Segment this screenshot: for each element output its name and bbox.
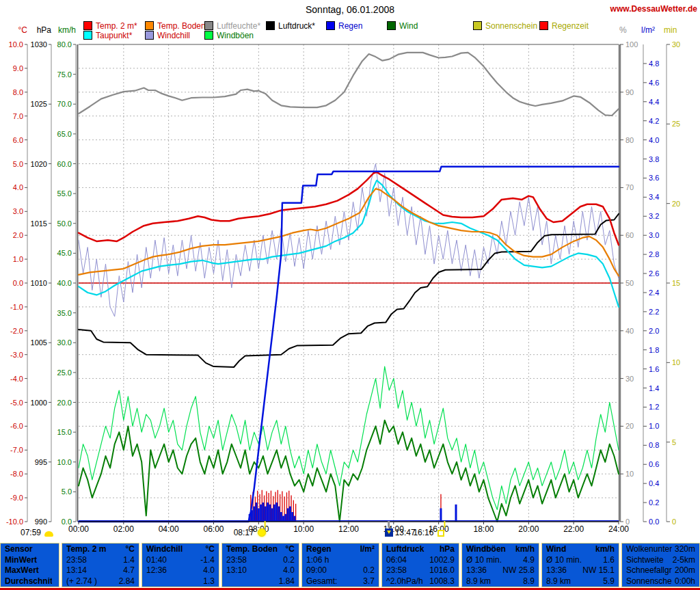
svg-text:4.2: 4.2 [649, 117, 659, 125]
svg-text:2.8: 2.8 [649, 250, 659, 258]
table-cell-label: 01:40 [146, 555, 198, 566]
svg-text:995: 995 [35, 458, 47, 466]
table-cell-value [52, 544, 55, 555]
table-cell-label: Windchill [146, 544, 203, 555]
table-cell-value: 4.0 [280, 565, 295, 576]
table-cell-value [52, 565, 55, 576]
svg-text:10:00: 10:00 [293, 524, 314, 534]
svg-text:0.0: 0.0 [649, 518, 659, 526]
svg-text:70.0: 70.0 [57, 100, 72, 108]
svg-text:3.8: 3.8 [649, 155, 659, 163]
svg-text:0: 0 [672, 518, 676, 526]
marker-0817: 08:17 [234, 528, 266, 539]
marker-time: 13:47 [395, 528, 416, 537]
table-row: 1.84 [222, 576, 299, 587]
svg-text:02:00: 02:00 [113, 524, 134, 534]
svg-text:30: 30 [672, 40, 680, 49]
table-row: 12:364.0 [142, 565, 219, 576]
table-cell-label: 13:36 [466, 565, 500, 576]
svg-text:4.0: 4.0 [13, 183, 23, 191]
table-cell-label: MinWert [5, 555, 52, 566]
table-cell-value: 200m [672, 565, 695, 576]
table-cell-value: 5.9 [600, 576, 615, 587]
table-row: Windchill°C [142, 544, 219, 555]
svg-text:-2.0: -2.0 [10, 327, 23, 335]
table-cell-value: 1016.0 [427, 565, 455, 576]
table-row: Schneefallgr200m [622, 565, 699, 576]
table-cell-label: Schneefallgr [626, 565, 672, 576]
svg-text:-6.0: -6.0 [10, 422, 23, 430]
svg-text:5.0: 5.0 [62, 487, 72, 496]
table-cell-value: °C [203, 544, 215, 555]
svg-text:1025: 1025 [31, 100, 47, 108]
table-cell-value: 1.84 [276, 576, 295, 587]
table-panel-temp-2-m: Temp. 2 m°C23:581.413:144.7(+ 2.74 )2.84 [62, 543, 139, 587]
svg-text:50: 50 [625, 279, 634, 287]
sunrise-icon [44, 531, 53, 537]
table-row: Windkm/h [542, 544, 619, 555]
svg-text:45.0: 45.0 [57, 249, 72, 257]
svg-text:25.0: 25.0 [57, 368, 72, 377]
table-row: 23:580.2 [222, 555, 299, 566]
svg-text:25: 25 [672, 120, 680, 128]
table-cell-value [372, 555, 375, 566]
svg-text:-9.0: -9.0 [10, 494, 23, 502]
table-cell-label: Durchschnitt [5, 576, 52, 587]
svg-text:22:00: 22:00 [563, 524, 584, 534]
svg-text:-5.0: -5.0 [10, 399, 23, 407]
svg-text:20:00: 20:00 [518, 524, 539, 534]
table-panel-regen: Regenl/m²1:06 h09:000.2Gesamt:3.7 [301, 543, 379, 587]
table-row: Sensor [1, 544, 59, 555]
svg-text:3.0: 3.0 [649, 231, 659, 239]
table-row: 13:144.7 [62, 565, 139, 576]
table-cell-label: 13:14 [66, 565, 120, 576]
svg-text:990: 990 [35, 518, 47, 526]
table-cell-value: 2.84 [116, 576, 135, 587]
sunset-icon [438, 530, 444, 537]
table-panel-windchill: Windchill°C01:40-1.412:364.01.3 [142, 543, 219, 587]
table-row: Durchschnitt [1, 576, 59, 587]
table-cell-value: 320m [672, 544, 695, 555]
table-cell-value: l/m² [358, 544, 375, 555]
table-cell-label: Luftdruck [386, 544, 437, 555]
table-row: 09:000.2 [302, 565, 379, 576]
svg-text:10: 10 [625, 470, 634, 478]
svg-text:10.0: 10.0 [9, 40, 23, 49]
table-row: 1:06 h [302, 555, 379, 566]
series-windchill [79, 164, 619, 317]
svg-text:4.6: 4.6 [649, 79, 659, 87]
svg-text:5.0: 5.0 [13, 160, 23, 168]
svg-text:75.0: 75.0 [57, 70, 72, 79]
table-cell-label: Ø 10 min. [546, 555, 600, 566]
table-cell-label: 12:36 [146, 565, 200, 576]
table-cell-label: 09:00 [306, 565, 360, 576]
table-cell-label: 8.9 km [546, 576, 600, 587]
svg-text:3.4: 3.4 [649, 193, 659, 201]
marker-1347: 13:47 [385, 528, 416, 539]
table-cell-value: 4.9 [520, 555, 535, 566]
table-cell-value: km/h [513, 544, 535, 555]
svg-text:15: 15 [672, 279, 680, 287]
weather-multi-axis-chart: -10.0-9.0-8.0-7.0-6.0-5.0-4.0-3.0-2.0-1.… [0, 0, 700, 541]
svg-text:1.0: 1.0 [649, 422, 659, 430]
table-cell-value: 0.2 [280, 555, 295, 566]
svg-text:2.0: 2.0 [13, 231, 23, 239]
svg-text:15.0: 15.0 [57, 428, 72, 436]
svg-text:5: 5 [672, 438, 676, 446]
table-cell-value: 4.0 [200, 565, 215, 576]
table-row: Sonnenschein0:00h [622, 576, 699, 587]
table-cell-value: 0:00h [672, 576, 695, 587]
svg-text:1010: 1010 [31, 279, 47, 287]
table-row: Gesamt:3.7 [302, 576, 379, 587]
table-row: (+ 2.74 )2.84 [62, 576, 139, 587]
table-cell-value: 3.7 [360, 576, 375, 587]
sun-icon [258, 528, 266, 537]
table-panel-luftdruck: LuftdruckhPa06:041002.923:581016.0^2.0hP… [381, 543, 459, 587]
table-panel-temp-boden: Temp. Boden°C23:580.213:104.01.84 [221, 543, 299, 587]
table-row: 01:40-1.4 [142, 555, 219, 566]
table-cell-value: -1.4 [198, 555, 215, 566]
table-cell-label: Temp. Boden [226, 544, 283, 555]
svg-text:1000: 1000 [31, 399, 47, 407]
svg-text:2.2: 2.2 [649, 308, 659, 316]
table-cell-value: 2-5km [670, 555, 695, 566]
